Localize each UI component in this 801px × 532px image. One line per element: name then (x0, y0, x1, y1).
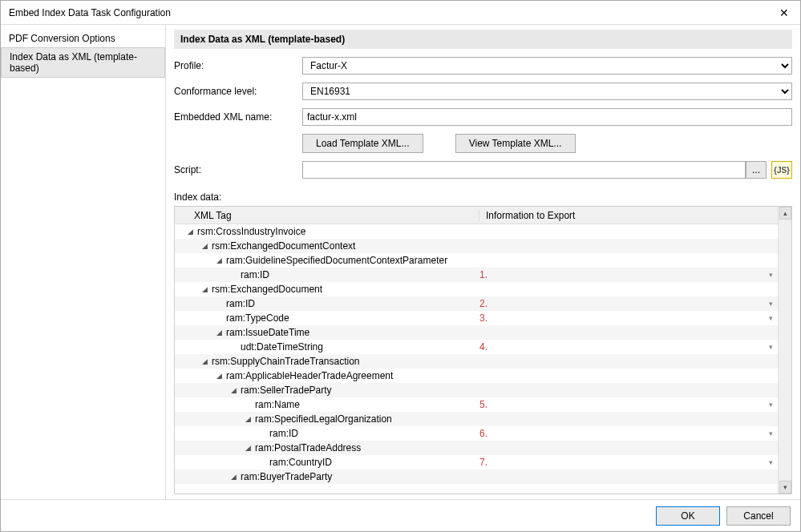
sidebar-item-pdf-conversion[interactable]: PDF Conversion Options (1, 30, 165, 47)
xml-tag: ram:SellerTradeParty (241, 385, 332, 396)
expand-icon[interactable]: ◢ (186, 228, 194, 236)
xml-tag: ram:TypeCode (226, 312, 289, 324)
close-icon[interactable]: ✕ (775, 6, 794, 19)
view-template-button[interactable]: View Template XML... (455, 134, 576, 153)
row-profile: Profile: Factur-X (174, 57, 792, 75)
xmlname-label: Embedded XML name: (174, 111, 302, 123)
chevron-down-icon[interactable]: ▾ (769, 429, 773, 437)
xml-tag: ram:GuidelineSpecifiedDocumentContextPar… (226, 255, 447, 266)
script-browse-button[interactable]: ... (746, 161, 767, 179)
profile-label: Profile: (174, 60, 302, 71)
xml-tag: ram:ID (269, 428, 298, 439)
table-row[interactable]: ram:ID2.▾ (175, 296, 778, 311)
xml-tag: ram:SpecifiedLegalOrganization (255, 413, 392, 425)
table-row[interactable]: udt:DateTimeString4.▾ (175, 340, 778, 354)
grid-header-info[interactable]: Information to Export (479, 210, 778, 221)
script-input[interactable] (302, 161, 746, 179)
table-row[interactable]: ram:ID1.▾ (175, 268, 778, 282)
main-panel: Index Data as XML (template-based) Profi… (166, 25, 800, 499)
table-row[interactable]: ◢ram:ApplicableHeaderTradeAgreement (175, 369, 778, 383)
info-value: 3. (479, 312, 487, 324)
xml-tag: ram:IssueDateTime (226, 327, 309, 338)
info-value: 7. (479, 457, 487, 468)
table-row[interactable]: ◢ram:SpecifiedLegalOrganization (175, 412, 778, 426)
xml-tag: ram:CountryID (269, 457, 332, 468)
chevron-down-icon[interactable]: ▾ (769, 314, 773, 322)
xml-tag: rsm:SupplyChainTradeTransaction (212, 356, 360, 367)
info-value: 5. (479, 399, 487, 410)
xml-tag: rsm:ExchangedDocumentContext (212, 240, 355, 252)
expand-icon[interactable]: ◢ (244, 415, 252, 423)
xml-tag: udt:DateTimeString (241, 341, 323, 353)
expand-icon[interactable]: ◢ (229, 386, 237, 394)
expand-icon[interactable]: ◢ (215, 256, 223, 264)
script-label: Script: (174, 164, 302, 175)
table-row[interactable]: ◢ram:PostalTradeAddress (175, 441, 778, 455)
expand-icon[interactable]: ◢ (229, 473, 237, 481)
sidebar-item-label: Index Data as XML (template-based) (10, 51, 137, 74)
index-data-label: Index data: (174, 191, 792, 203)
grid-scrollbar[interactable]: ▴ ▾ (778, 207, 791, 494)
expand-icon[interactable]: ◢ (200, 242, 208, 250)
row-template-buttons: Load Template XML... View Template XML..… (174, 134, 792, 153)
table-row[interactable]: ◢ram:SellerTradeParty (175, 383, 778, 397)
titlebar: Embed Index Data Task Configuration ✕ (1, 1, 800, 25)
ok-button[interactable]: OK (656, 506, 720, 526)
profile-select[interactable]: Factur-X (302, 57, 792, 75)
table-row[interactable]: ◢ram:IssueDateTime (175, 325, 778, 340)
table-row[interactable]: ram:Name5.▾ (175, 397, 778, 412)
xml-tag: ram:ID (226, 298, 255, 309)
table-row[interactable]: ◢rsm:ExchangedDocument (175, 282, 778, 296)
table-row[interactable]: ram:CountryID7.▾ (175, 455, 778, 470)
window-title: Embed Index Data Task Configuration (9, 7, 171, 18)
scroll-down-icon[interactable]: ▾ (779, 481, 791, 494)
row-xmlname: Embedded XML name: (174, 108, 792, 126)
info-value: 6. (479, 428, 487, 439)
sidebar: PDF Conversion Options Index Data as XML… (1, 25, 166, 499)
xml-tag: ram:BuyerTradeParty (241, 471, 332, 482)
table-row[interactable]: ◢ram:GuidelineSpecifiedDocumentContextPa… (175, 253, 778, 268)
chevron-down-icon[interactable]: ▾ (769, 271, 773, 279)
xml-tag: ram:PostalTradeAddress (255, 442, 361, 453)
xml-tag: ram:Name (255, 399, 300, 410)
sidebar-item-label: PDF Conversion Options (9, 33, 115, 44)
xml-tag: rsm:CrossIndustryInvoice (197, 226, 305, 237)
xml-tag: ram:ApplicableHeaderTradeAgreement (226, 370, 393, 381)
table-row[interactable]: ◢rsm:CrossIndustryInvoice (175, 224, 778, 239)
table-row[interactable]: ◢rsm:SupplyChainTradeTransaction (175, 354, 778, 369)
index-data-grid: XML Tag Information to Export ◢rsm:Cross… (174, 206, 792, 494)
xml-tag: ram:ID (241, 269, 269, 280)
table-row[interactable]: ◢ram:BuyerTradeParty (175, 470, 778, 484)
expand-icon[interactable]: ◢ (200, 285, 208, 293)
expand-icon[interactable]: ◢ (200, 357, 208, 365)
conformance-select[interactable]: EN16931 (302, 83, 792, 100)
xmlname-input[interactable] (302, 108, 792, 126)
chevron-down-icon[interactable]: ▾ (769, 343, 773, 351)
expand-icon[interactable]: ◢ (215, 328, 223, 337)
expand-icon[interactable]: ◢ (215, 372, 223, 380)
load-template-button[interactable]: Load Template XML... (302, 134, 423, 153)
dialog-window: Embed Index Data Task Configuration ✕ PD… (0, 0, 801, 532)
table-row[interactable]: ram:TypeCode3.▾ (175, 311, 778, 325)
section-header: Index Data as XML (template-based) (174, 30, 792, 49)
expand-icon[interactable]: ◢ (244, 444, 252, 452)
scroll-up-icon[interactable]: ▴ (779, 207, 791, 220)
table-row[interactable]: ◢rsm:ExchangedDocumentContext (175, 239, 778, 253)
js-icon[interactable]: {JS} (771, 161, 792, 179)
xml-tag: rsm:ExchangedDocument (212, 284, 322, 295)
chevron-down-icon[interactable]: ▾ (769, 458, 773, 466)
grid-header: XML Tag Information to Export (175, 207, 778, 224)
table-row[interactable]: ram:ID6.▾ (175, 426, 778, 441)
conformance-label: Conformance level: (174, 86, 302, 97)
row-conformance: Conformance level: EN16931 (174, 83, 792, 100)
info-value: 1. (479, 269, 487, 280)
grid-rows: ◢rsm:CrossIndustryInvoice◢rsm:ExchangedD… (175, 224, 778, 494)
dialog-body: PDF Conversion Options Index Data as XML… (1, 25, 800, 499)
chevron-down-icon[interactable]: ▾ (769, 300, 773, 308)
info-value: 4. (479, 341, 487, 353)
chevron-down-icon[interactable]: ▾ (769, 401, 773, 409)
row-script: Script: ... {JS} (174, 161, 792, 179)
grid-header-xmltag[interactable]: XML Tag (175, 210, 479, 221)
sidebar-item-index-data-xml[interactable]: Index Data as XML (template-based) (1, 47, 165, 78)
cancel-button[interactable]: Cancel (726, 506, 791, 526)
